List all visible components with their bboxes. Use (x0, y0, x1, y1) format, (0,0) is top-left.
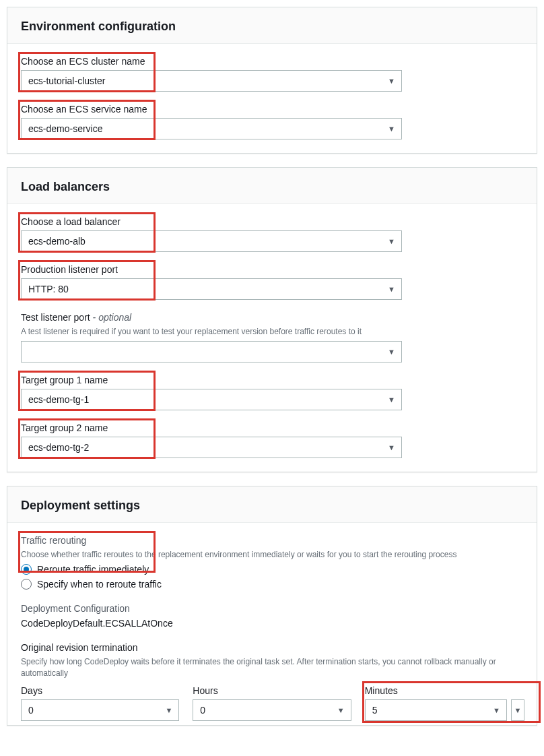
deploy-config-label: Deployment Configuration (21, 603, 523, 614)
env-config-header: Environment configuration (7, 7, 537, 44)
test-port-label: Test listener port - optional (21, 312, 523, 323)
load-balancers-title: Load balancers (21, 180, 523, 194)
hours-value: 0 (200, 705, 205, 716)
load-balancer-value: ecs-demo-alb (28, 236, 86, 247)
prod-port-value: HTTP: 80 (28, 284, 69, 294)
test-port-select[interactable]: ▼ (21, 341, 402, 363)
cluster-name-select[interactable]: ecs-tutorial-cluster ▼ (21, 70, 402, 92)
deployment-settings-title: Deployment settings (21, 499, 523, 513)
prod-port-label: Production listener port (21, 264, 523, 275)
days-label: Days (21, 685, 179, 696)
tg2-select[interactable]: ecs-demo-tg-2 ▼ (21, 437, 402, 458)
tg1-value: ecs-demo-tg-1 (28, 394, 89, 405)
traffic-reroute-desc: Choose whether traffic reroutes to the r… (21, 549, 523, 560)
tg1-label: Target group 1 name (21, 375, 523, 385)
tg2-value: ecs-demo-tg-2 (28, 442, 89, 453)
env-config-panel: Environment configuration Choose an ECS … (7, 7, 537, 154)
prod-port-select[interactable]: HTTP: 80 ▼ (21, 278, 402, 300)
hours-label: Hours (193, 685, 351, 696)
radio-specify[interactable]: Specify when to reroute traffic (21, 579, 523, 590)
service-name-select[interactable]: ecs-demo-service ▼ (21, 118, 402, 139)
service-name-label: Choose an ECS service name (21, 104, 523, 115)
tg1-select[interactable]: ecs-demo-tg-1 ▼ (21, 389, 402, 410)
cluster-name-label: Choose an ECS cluster name (21, 56, 523, 67)
service-name-value: ecs-demo-service (28, 123, 102, 134)
termination-desc: Specify how long CodeDeploy waits before… (21, 656, 523, 678)
minutes-extra-caret[interactable]: ▼ (511, 699, 524, 721)
radio-icon-unchecked (21, 579, 32, 590)
deploy-config-value: CodeDeployDefault.ECSALLAtOnce (21, 618, 523, 629)
minutes-value: 5 (372, 705, 378, 716)
env-config-title: Environment configuration (21, 20, 523, 34)
chevron-down-icon: ▼ (514, 706, 522, 714)
cluster-name-value: ecs-tutorial-cluster (28, 75, 105, 86)
radio-immediate[interactable]: Reroute traffic immediately (21, 564, 523, 575)
load-balancer-select[interactable]: ecs-demo-alb ▼ (21, 230, 402, 252)
days-value: 0 (28, 705, 34, 716)
termination-label: Original revision termination (21, 642, 523, 653)
hours-select[interactable]: 0 ▼ (193, 699, 351, 721)
minutes-label: Minutes (365, 685, 523, 696)
radio-icon-checked (21, 564, 32, 575)
deployment-settings-header: Deployment settings (7, 486, 537, 523)
load-balancers-panel: Load balancers Choose a load balancer ec… (7, 167, 537, 472)
load-balancer-label: Choose a load balancer (21, 216, 523, 227)
test-port-desc: A test listener is required if you want … (21, 326, 523, 337)
traffic-reroute-label: Traffic rerouting (21, 535, 523, 546)
tg2-label: Target group 2 name (21, 422, 523, 433)
deployment-settings-panel: Deployment settings Traffic rerouting Ch… (7, 486, 537, 726)
minutes-select[interactable]: 5 ▼ (365, 699, 507, 721)
days-select[interactable]: 0 ▼ (21, 699, 179, 721)
radio-specify-label: Specify when to reroute traffic (37, 579, 162, 590)
radio-immediate-label: Reroute traffic immediately (37, 564, 149, 575)
load-balancers-header: Load balancers (7, 168, 537, 204)
